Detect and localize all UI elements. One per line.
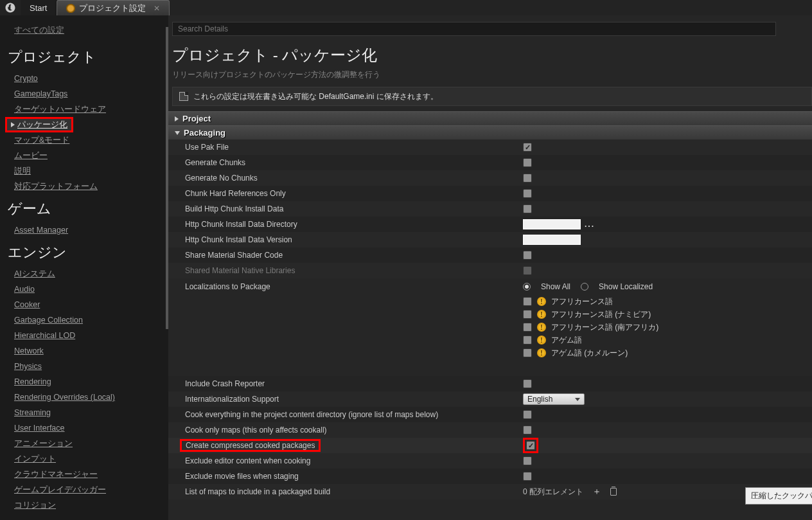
- row-gen-chunks: Generate Chunks: [168, 155, 812, 170]
- warning-icon: !: [537, 310, 546, 319]
- sidebar-item-packaging[interactable]: パッケージ化: [5, 117, 73, 132]
- sidebar-item-gc[interactable]: Garbage Collection: [8, 312, 168, 328]
- checkbox-gen-chunks[interactable]: [523, 158, 532, 167]
- trash-icon[interactable]: [610, 488, 617, 496]
- sidebar-item-platforms[interactable]: 対応プラットフォーム: [8, 179, 168, 194]
- row-use-pak: Use Pak File: [168, 139, 812, 155]
- unreal-logo-icon: [0, 0, 21, 15]
- sidebar-item-maps-modes[interactable]: マップ&モード: [8, 132, 168, 148]
- input-http-ver[interactable]: [523, 235, 581, 245]
- sidebar-item-rendering-local[interactable]: Rendering Overrides (Local): [8, 390, 168, 405]
- sidebar-item-movies[interactable]: ムービー: [8, 148, 168, 163]
- warning-icon: !: [537, 348, 546, 357]
- sections: Project Packaging Use Pak File Generate …: [168, 111, 812, 520]
- localization-filter: Show All Show Localized: [523, 282, 812, 291]
- checkbox-exclude-editor[interactable]: [523, 456, 532, 465]
- sidebar-item-collision[interactable]: コリジョン: [8, 498, 168, 513]
- tab-start[interactable]: Start: [21, 0, 57, 15]
- sidebar-item-physics[interactable]: Physics: [8, 359, 168, 374]
- row-crash-reporter: Include Crash Reporter: [168, 376, 812, 391]
- checkbox-share-mat[interactable]: [523, 251, 532, 260]
- checkbox-crash-reporter[interactable]: [523, 379, 532, 388]
- sidebar-category-project: プロジェクト: [8, 42, 168, 71]
- row-share-mat: Share Material Shader Code: [168, 247, 812, 263]
- row-http-dir: Http Chunk Install Data Directory...: [168, 217, 812, 232]
- checkbox-use-pak[interactable]: [523, 143, 532, 152]
- checkbox-lang-3[interactable]: [523, 336, 532, 345]
- checkbox-shared-native: [523, 266, 532, 275]
- add-icon[interactable]: ＋: [592, 486, 601, 498]
- page-subtitle: リリース向けプロジェクトのパッケージ方法の微調整を行う: [168, 66, 812, 87]
- sidebar-item-target-hardware[interactable]: ターゲットハードウェア: [8, 102, 168, 117]
- section-packaging-header[interactable]: Packaging: [168, 125, 812, 139]
- row-cook-all: Cook everything in the project content d…: [168, 407, 812, 422]
- checkbox-lang-4[interactable]: [523, 348, 532, 357]
- browse-button[interactable]: ...: [585, 220, 595, 229]
- row-exclude-editor: Exclude editor content when cooking: [168, 453, 812, 469]
- input-http-dir[interactable]: [523, 219, 581, 229]
- file-icon: [179, 92, 188, 101]
- gear-icon: [66, 4, 75, 13]
- checkbox-chunk-hard[interactable]: [523, 189, 532, 198]
- row-exclude-movie: Exclude movie files when staging: [168, 469, 812, 484]
- sidebar-item-input[interactable]: インプット: [8, 451, 168, 467]
- lang-row-1: !アフリカーンス語 (ナミビア): [523, 308, 812, 321]
- sidebar-all-settings[interactable]: すべての設定: [8, 22, 168, 42]
- chevron-right-icon: [175, 116, 179, 121]
- info-text: これらの設定は現在書き込み可能な DefaultGame.ini に保存されます…: [193, 91, 438, 102]
- chevron-down-icon: [175, 131, 180, 135]
- close-icon[interactable]: ✕: [154, 4, 160, 13]
- lang-row-3: !アゲム語: [523, 334, 812, 346]
- checkbox-cook-only[interactable]: [523, 426, 532, 435]
- row-http-ver: Http Chunk Install Data Version: [168, 232, 812, 247]
- dropdown-intl-support[interactable]: English: [523, 393, 585, 405]
- tooltip: 圧縮したクックパッケージを作成（デプロイメントサイズを減少）: [745, 487, 812, 505]
- sidebar-item-gameplay-debugger[interactable]: ゲームプレイデバッガー: [8, 482, 168, 498]
- sidebar-item-gameplaytags[interactable]: GameplayTags: [8, 86, 168, 102]
- section-project-header[interactable]: Project: [168, 111, 812, 125]
- sidebar-item-hlod[interactable]: Hierarchical LOD: [8, 328, 168, 343]
- radio-show-localized[interactable]: [581, 283, 588, 291]
- lang-row-0: !アフリカーンス語: [523, 295, 812, 308]
- sidebar-item-description[interactable]: 説明: [8, 163, 168, 179]
- row-build-http: Build Http Chunk Install Data: [168, 201, 812, 217]
- search-input[interactable]: [172, 22, 776, 36]
- checkbox-lang-0[interactable]: [523, 297, 532, 306]
- sidebar-item-ai-system[interactable]: AIシステム: [8, 266, 168, 282]
- sidebar-item-audio[interactable]: Audio: [8, 282, 168, 297]
- sidebar-item-crypto[interactable]: Crypto: [8, 71, 168, 86]
- sidebar-item-crowd[interactable]: クラウドマネージャー: [8, 467, 168, 482]
- expand-icon: [11, 122, 15, 127]
- checkbox-build-http[interactable]: [523, 204, 532, 213]
- row-cook-only: Cook only maps (this only affects cookal…: [168, 422, 812, 438]
- row-list-maps: List of maps to include in a packaged bu…: [168, 484, 812, 499]
- sidebar-item-asset-manager[interactable]: Asset Manager: [8, 222, 168, 238]
- sidebar-item-rendering[interactable]: Rendering: [8, 374, 168, 390]
- page-title: プロジェクト - パッケージ化: [172, 45, 812, 66]
- radio-show-all[interactable]: [523, 283, 531, 291]
- tab-project-settings[interactable]: プロジェクト設定 ✕: [57, 0, 170, 15]
- warning-icon: !: [537, 297, 546, 306]
- warning-icon: !: [537, 336, 546, 345]
- row-gen-no-chunks: Generate No Chunks: [168, 170, 812, 186]
- info-bar: これらの設定は現在書き込み可能な DefaultGame.ini に保存されます…: [172, 87, 812, 106]
- checkbox-lang-1[interactable]: [523, 310, 532, 319]
- checkbox-gen-no-chunks[interactable]: [523, 174, 532, 183]
- checkbox-cook-all[interactable]: [523, 410, 532, 419]
- chevron-down-icon: [575, 398, 580, 401]
- sidebar: すべての設定 プロジェクト Crypto GameplayTags ターゲットハ…: [0, 15, 168, 520]
- search-bar: [172, 22, 812, 36]
- sidebar-item-network[interactable]: Network: [8, 343, 168, 359]
- row-intl-support: Internationalization SupportEnglish: [168, 391, 812, 407]
- sidebar-item-streaming[interactable]: Streaming: [8, 405, 168, 420]
- lang-row-4: !アゲム語 (カメルーン): [523, 346, 812, 359]
- sidebar-item-ui[interactable]: User Interface: [8, 420, 168, 436]
- row-create-compressed: Create compressed cooked packages: [168, 438, 812, 453]
- checkbox-lang-2[interactable]: [523, 323, 532, 332]
- checkbox-create-compressed[interactable]: [526, 441, 535, 450]
- sidebar-item-animation[interactable]: アニメーション: [8, 436, 168, 451]
- checkbox-exclude-movie[interactable]: [523, 472, 532, 481]
- sidebar-item-cooker[interactable]: Cooker: [8, 297, 168, 312]
- row-localizations: Localizations to Package Show All Show L…: [168, 278, 812, 363]
- content-panel: プロジェクト - パッケージ化 リリース向けプロジェクトのパッケージ方法の微調整…: [168, 15, 812, 520]
